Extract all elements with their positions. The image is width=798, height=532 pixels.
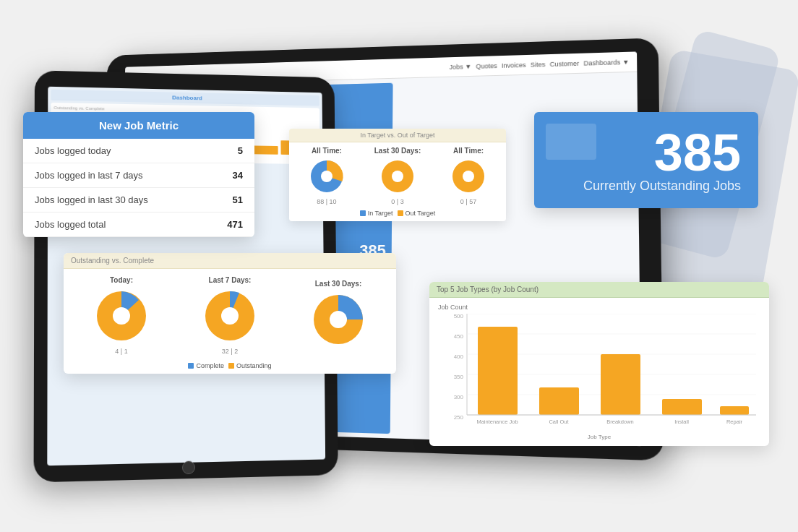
legend-outstanding: Outstanding	[228, 362, 272, 369]
outstanding-sub-text: Currently Outstanding Jobs	[552, 179, 741, 194]
bar-chart-y-label: Job Count	[438, 304, 760, 311]
outstanding-chart-30days: Last 30 Days:	[309, 280, 367, 351]
outstanding-label-today: Today:	[110, 276, 133, 284]
x-label-breakdown: Breakdown	[606, 419, 634, 425]
bar-repair	[720, 406, 749, 415]
target-pie-1	[308, 158, 346, 195]
nav-jobs: Jobs ▼	[450, 63, 472, 71]
card-outstanding-jobs: 385 Currently Outstanding Jobs	[534, 112, 758, 208]
nav-sites: Sites	[531, 61, 546, 69]
outstanding-chart-today: Today: 4 | 1	[93, 276, 150, 355]
y-label-350: 350	[454, 374, 464, 380]
legend-dot-orange	[398, 210, 403, 216]
legend-complete: Complete	[188, 362, 224, 369]
card-row-30days-label: Jobs logged in last 30 days	[35, 194, 148, 205]
x-label-callout: Call Out	[549, 419, 569, 425]
outstanding-label-30days: Last 30 Days:	[315, 280, 361, 288]
panel-target-header: In Target vs. Out of Target	[289, 129, 506, 142]
panel-in-target: In Target vs. Out of Target All Time: 88…	[289, 129, 506, 221]
bar-chart-area: Job Count 500 450 400 350 300 250	[429, 298, 769, 446]
x-label-maintenance: Maintenance Job	[476, 419, 518, 425]
y-label-450: 450	[454, 333, 464, 340]
nav-invoices: Invoices	[502, 61, 526, 69]
y-label-500: 500	[454, 314, 464, 319]
outstanding-chart-7days: Last 7 Days: 32 | 2	[201, 276, 259, 355]
scene: Jobs ▼ Quotes Invoices Sites Customer Da…	[0, 0, 798, 532]
panel-bar-chart: Top 5 Job Types (by Job Count) Job Count…	[429, 282, 769, 446]
bar-chart-svg: 500 450 400 350 300 250	[438, 314, 756, 429]
pie-today-hole	[113, 307, 130, 325]
card-row-total-label: Jobs logged total	[35, 219, 106, 230]
card-row-7days-label: Jobs logged in last 7 days	[35, 170, 143, 181]
legend-dot-complete	[188, 363, 194, 369]
target-chart-alltime-2: All Time: 0 | 57	[450, 147, 487, 205]
pie-30d-hole	[330, 311, 347, 328]
panel-outstanding-charts: Today: 4 | 1 Last 7 Days: 32 |	[64, 269, 396, 362]
card-row-7days-value: 34	[233, 170, 243, 181]
bar-install	[662, 399, 702, 415]
card-row-today-label: Jobs logged today	[35, 145, 111, 156]
pie-donut-hole-3	[463, 171, 474, 182]
pie-donut-hole-2	[392, 171, 403, 182]
legend-dot-blue	[360, 210, 366, 216]
target-chart-label-3: All Time:	[453, 147, 484, 155]
outstanding-icon-placeholder	[546, 124, 596, 160]
nav-dashboards: Dashboards ▼	[583, 58, 629, 66]
legend-label-in-target: In Target	[368, 210, 393, 217]
pie-7d-hole	[221, 307, 239, 325]
outstanding-label-7days: Last 7 Days:	[209, 276, 252, 284]
card-row-total: Jobs logged total 471	[23, 213, 254, 237]
x-label-repair: Repair	[726, 419, 743, 425]
outstanding-legend: Complete Outstanding	[64, 362, 396, 374]
y-label-250: 250	[454, 414, 464, 421]
bar-callout	[539, 387, 579, 415]
bar-maintenance	[478, 327, 518, 415]
outstanding-pie-today	[93, 287, 150, 345]
legend-label-complete: Complete	[196, 362, 224, 369]
legend-dot-outstanding	[228, 363, 234, 369]
card-row-30days-value: 51	[233, 194, 243, 205]
card-row-today: Jobs logged today 5	[23, 139, 254, 163]
pie-donut-hole	[321, 171, 332, 182]
outstanding-numbers-7days: 32 | 2	[222, 348, 238, 355]
target-numbers-2: 0 | 3	[391, 198, 403, 205]
panel-bar-header: Top 5 Job Types (by Job Count)	[429, 282, 769, 298]
nav-customer: Customer	[550, 59, 580, 67]
legend-label-out-target: Out Target	[406, 210, 436, 217]
card-row-7days: Jobs logged in last 7 days 34	[23, 163, 254, 188]
card-row-30days: Jobs logged in last 30 days 51	[23, 188, 254, 213]
panel-outstanding-header: Outstanding vs. Complete	[64, 253, 396, 269]
legend-label-outstanding: Outstanding	[236, 362, 272, 369]
target-numbers-1: 88 | 10	[317, 198, 336, 205]
panel-outstanding-complete: Outstanding vs. Complete Today: 4 | 1 La…	[64, 253, 396, 374]
target-chart-alltime-1: All Time: 88 | 10	[308, 147, 346, 205]
target-pie-2	[379, 158, 416, 195]
target-chart-label-1: All Time:	[312, 147, 342, 155]
card-new-job-metric: New Job Metric Jobs logged today 5 Jobs …	[23, 112, 254, 237]
y-label-400: 400	[454, 353, 464, 360]
target-legend: In Target Out Target	[289, 210, 506, 221]
x-label-install: Install	[674, 419, 689, 425]
tablet-home-button	[182, 461, 195, 475]
card-row-today-value: 5	[238, 145, 243, 156]
target-chart-30days: Last 30 Days: 0 | 3	[374, 147, 421, 205]
legend-out-target: Out Target	[398, 210, 436, 217]
target-numbers-3: 0 | 57	[460, 198, 476, 205]
bar-x-title: Job Type	[438, 432, 760, 443]
target-chart-label-2: Last 30 Days:	[374, 147, 421, 155]
target-pie-3	[450, 158, 487, 195]
card-row-total-value: 471	[227, 219, 243, 230]
card-new-job-title: New Job Metric	[23, 112, 254, 139]
outstanding-pie-30days	[309, 291, 367, 348]
outstanding-numbers-today: 4 | 1	[115, 348, 127, 355]
outstanding-pie-7days	[201, 287, 259, 345]
legend-in-target: In Target	[360, 210, 393, 217]
nav-quotes: Quotes	[476, 62, 497, 70]
bar-breakdown	[601, 354, 640, 415]
panel-target-charts: All Time: 88 | 10 Last 30 Days: 0 | 3	[289, 142, 506, 210]
y-label-300: 300	[454, 394, 464, 400]
